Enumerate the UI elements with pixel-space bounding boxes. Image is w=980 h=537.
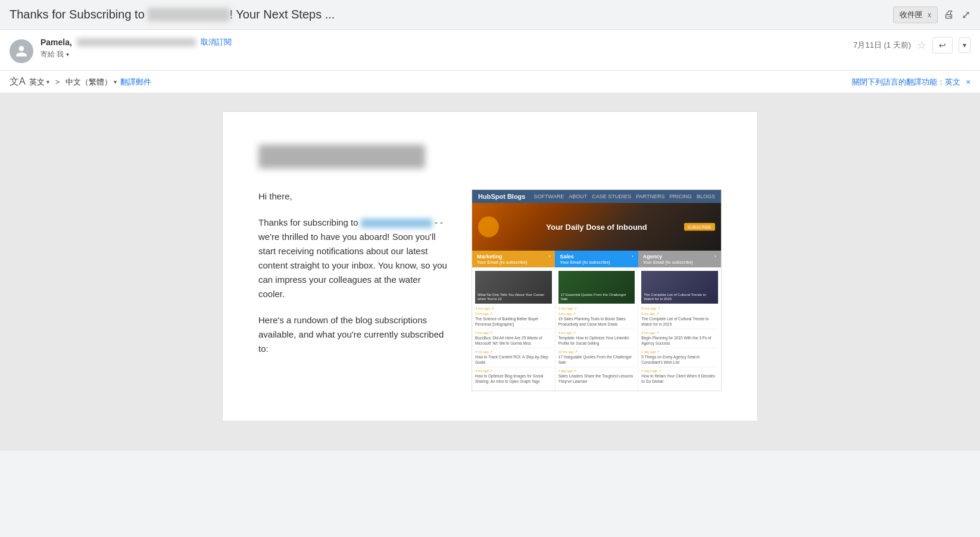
blog-categories: Marketing › Your Email (to subscribe) Sa… — [472, 251, 721, 267]
blog-screenshot: HubSpot Blogs SOFTWARE ABOUT CASE STUDIE… — [472, 189, 722, 391]
col1-article-3: 4 hrs ago ↗ How to Track Content ROI: A … — [475, 350, 552, 367]
print-icon[interactable]: 🖨 — [944, 8, 954, 21]
from-language-selector[interactable]: 英文 ▾ — [29, 77, 49, 88]
paragraph-2: Here's a rundown of the blog subscriptio… — [258, 313, 448, 356]
email-date: 7月11日 (1 天前) — [853, 40, 911, 51]
sender-info: Pamela, 取消訂閱 寄給 我 ▾ — [40, 37, 846, 60]
sender-email-blurred — [77, 38, 196, 46]
blog-col-1: What No One Tells You About Your Career … — [472, 268, 555, 391]
blog-articles-grid: What No One Tells You About Your Career … — [472, 267, 721, 391]
person-icon — [15, 45, 28, 58]
col1-article-2: 3 hrs ago ↗ BuzzBus: Did Art Here Are 25… — [475, 331, 552, 348]
nav-about: ABOUT — [569, 193, 587, 199]
sender-right: 7月11日 (1 天前) ☆ ↩ ▾ — [853, 37, 970, 54]
col1-hero-meta: 3 hrs ago ↗ — [475, 306, 552, 310]
to-dropdown-icon[interactable]: ▾ — [66, 51, 69, 58]
subject-prefix: Thanks for Subscribing to — [10, 8, 148, 21]
col3-article-3: 1 day ago ↗ 5 Things on Every Agency Sea… — [641, 350, 718, 367]
open-fullscreen-icon[interactable]: ⤢ — [962, 8, 970, 21]
blurred-brand: HubSpot's Blog — [148, 8, 229, 21]
inbox-label: 收件匣 — [900, 10, 923, 20]
cat-agency-label: Agency — [643, 254, 663, 260]
nav-software: SOFTWARE — [534, 193, 564, 199]
col2-article-1: 3 hrs ago ↗ 19 Sales Planning Tools to B… — [558, 312, 635, 329]
cat-marketing-label: Marketing — [477, 254, 503, 260]
blog-hero: Your Daily Dose of Inbound SUBSCRIBE — [472, 203, 721, 251]
blog-logo: HubSpot Blogs — [478, 193, 525, 200]
unsubscribe-link[interactable]: 取消訂閱 — [201, 37, 232, 48]
para2-text: Here's a rundown of the blog subscriptio… — [258, 315, 444, 354]
col2-article-2: 4 hrs ago ↗ Template: How to Optimize Yo… — [558, 331, 635, 348]
to-language-selector[interactable]: 中文（繁體） ▾ — [65, 77, 117, 88]
category-agency[interactable]: Agency › Your Email (to subscribe) — [638, 251, 721, 267]
blog-subscribe-button[interactable]: SUBSCRIBE — [684, 223, 715, 231]
sender-name-line: Pamela, 取消訂閱 — [40, 37, 846, 48]
col2-article-3: 10 hrs ago ↗ 17 Inarguable Quotes From t… — [558, 350, 635, 367]
col1-article-4: 4 hrs ago ↗ How to Optimize Blog Images … — [475, 369, 552, 386]
category-marketing[interactable]: Marketing › Your Email (to subscribe) — [472, 251, 555, 267]
nav-case-studies: CASE STUDIES — [592, 193, 631, 199]
email-text-body: Hi there, Thanks for subscribing to - - … — [258, 189, 448, 368]
para1-cont: - - we're thrilled to have you aboard! S… — [258, 217, 447, 299]
cat-sales-sub: Your Email (to subscribe) — [560, 260, 633, 264]
sender-name: Pamela, — [40, 38, 72, 47]
blog-hero-text: Your Daily Dose of Inbound — [546, 223, 647, 232]
greeting-text: Hi there, — [258, 191, 292, 201]
col3-article-4: 2 days ago ↗ How to Retain Your Client W… — [641, 369, 718, 386]
star-icon[interactable]: ☆ — [917, 39, 926, 52]
greeting-paragraph: Hi there, — [258, 189, 448, 204]
to-language-label: 中文（繁體） — [65, 77, 112, 88]
cat-marketing-sub: Your Email (to subscribe) — [477, 260, 550, 264]
blog-col-2: 17 Essential Quotes From the Challenger … — [555, 268, 639, 391]
reply-button[interactable]: ↩ — [932, 37, 953, 54]
nav-partners: PARTNERS — [636, 193, 664, 199]
blog-col-3: The Complete List of Cultural Trends to … — [638, 268, 721, 391]
paragraph-1: Thanks for subscribing to - - we're thri… — [258, 216, 448, 301]
col2-hero-meta: 3 hrs ago ↗ — [558, 306, 635, 310]
from-language-label: 英文 — [29, 77, 45, 88]
translation-bar: 文A 英文 ▾ > 中文（繁體） ▾ 翻譯郵件 關閉下列語言的翻譯功能：英文 × — [0, 71, 980, 93]
translate-icon: 文A — [10, 76, 26, 88]
cat-sales-label: Sales — [560, 254, 574, 260]
nav-blogs: BLOGS — [697, 193, 715, 199]
top-bar-icons: 🖨 ⤢ — [944, 8, 970, 21]
email-body-container: Hi there, Thanks for subscribing to - - … — [222, 111, 758, 422]
col1-article-1: 3 hrs ago ↗ The Science of Building Bett… — [475, 312, 552, 329]
more-options-button[interactable]: ▾ — [959, 38, 970, 53]
col2-article-4: 1 day ago ↗ Sales Leaders Share the Toug… — [558, 369, 635, 386]
col3-hero-meta: 5 hrs ago ↗ — [641, 306, 718, 310]
hubspot-blog-link-blurred[interactable] — [361, 218, 432, 228]
avatar — [10, 39, 33, 63]
subject-suffix: ! Your Next Steps ... — [230, 8, 335, 21]
sender-row: Pamela, 取消訂閱 寄給 我 ▾ 7月11日 (1 天前) ☆ ↩ ▾ — [0, 30, 980, 71]
email-logo-blurred — [258, 145, 425, 168]
col2-hero-image: 17 Essential Quotes From the Challenger … — [558, 271, 635, 304]
inbox-badge[interactable]: 收件匣 x — [893, 7, 938, 23]
col3-hero-image: The Complete List of Cultural Trends to … — [641, 271, 718, 304]
blog-nav: SOFTWARE ABOUT CASE STUDIES PARTNERS PRI… — [534, 193, 715, 199]
email-content: Hi there, Thanks for subscribing to - - … — [258, 189, 722, 391]
col3-article-1: 5 hrs ago ↗ The Complete List of Cultura… — [641, 312, 718, 329]
email-logo-area — [258, 142, 722, 171]
disable-translation-close-icon[interactable]: × — [966, 77, 970, 86]
from-lang-chevron: ▾ — [46, 79, 49, 85]
inbox-close-icon[interactable]: x — [928, 11, 931, 19]
email-subject: Thanks for Subscribing to HubSpot's Blog… — [10, 8, 887, 21]
top-bar: Thanks for Subscribing to HubSpot's Blog… — [0, 0, 980, 30]
to-lang-chevron: ▾ — [114, 79, 117, 85]
blog-header: HubSpot Blogs SOFTWARE ABOUT CASE STUDIE… — [472, 190, 721, 203]
lang-arrow: > — [55, 77, 60, 86]
cat-agency-sub: Your Email (to subscribe) — [643, 260, 716, 264]
to-me-line: 寄給 我 ▾ — [40, 49, 846, 60]
to-label: 寄給 我 — [40, 49, 64, 60]
disable-translation-area: 關閉下列語言的翻譯功能：英文 × — [852, 77, 970, 88]
para1-text: Thanks for subscribing to — [258, 217, 358, 227]
col1-hero-image: What No One Tells You About Your Career … — [475, 271, 552, 304]
disable-translation-label[interactable]: 關閉下列語言的翻譯功能：英文 — [852, 77, 960, 86]
nav-pricing: PRICING — [669, 193, 692, 199]
email-body-wrapper: Hi there, Thanks for subscribing to - - … — [0, 93, 980, 451]
translate-button[interactable]: 翻譯郵件 — [120, 77, 151, 88]
category-sales[interactable]: Sales › Your Email (to subscribe) — [555, 251, 638, 267]
col3-article-2: 9 hrs ago ↗ Begin Planning for 2015 With… — [641, 331, 718, 348]
